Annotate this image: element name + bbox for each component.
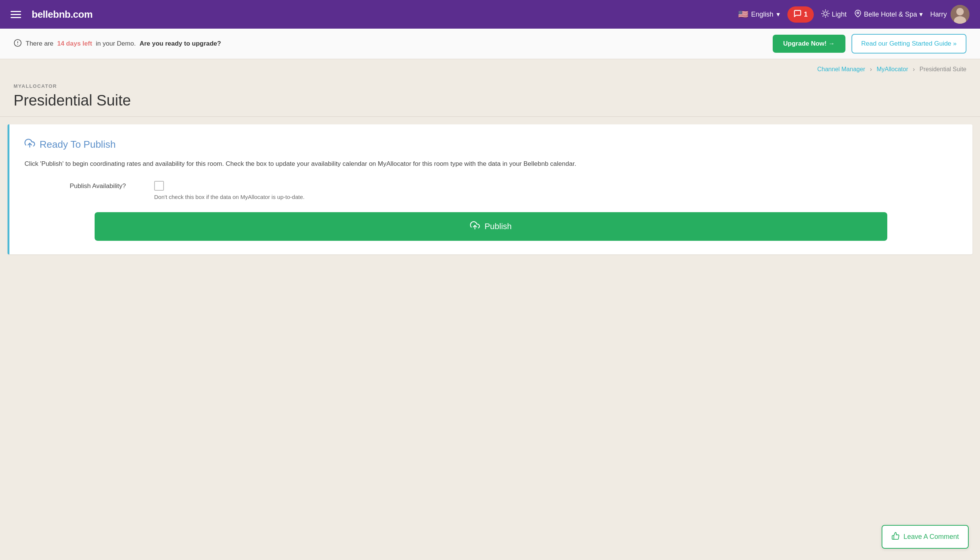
svg-point-9 bbox=[857, 12, 858, 13]
chat-button[interactable]: 1 bbox=[787, 7, 814, 23]
theme-label: Light bbox=[832, 10, 847, 18]
svg-line-3 bbox=[823, 10, 823, 11]
hamburger-menu[interactable] bbox=[10, 11, 21, 18]
theme-icon bbox=[821, 9, 830, 20]
avatar bbox=[951, 5, 970, 24]
banner-info: There are 14 days left in your Demo. Are… bbox=[13, 39, 767, 49]
user-menu[interactable]: Harry bbox=[930, 5, 970, 24]
page-header: MYALLOCATOR Presidential Suite bbox=[0, 80, 980, 117]
svg-line-4 bbox=[828, 15, 828, 16]
leave-comment-label: Leave A Comment bbox=[903, 533, 959, 541]
theme-selector[interactable]: Light bbox=[821, 9, 847, 20]
svg-line-7 bbox=[823, 15, 823, 16]
page-divider bbox=[0, 117, 980, 117]
breadcrumb-separator-1: › bbox=[870, 66, 872, 72]
card-description: Click 'Publish' to begin coordinating ra… bbox=[25, 159, 957, 169]
flag-icon: 🇺🇸 bbox=[738, 9, 748, 19]
card-title: Ready To Publish bbox=[25, 138, 957, 151]
navbar: bellebnb.com 🇺🇸 English ▾ 1 bbox=[0, 0, 980, 28]
svg-point-11 bbox=[956, 8, 964, 15]
leave-comment-button[interactable]: Leave A Comment bbox=[882, 525, 969, 549]
language-selector[interactable]: 🇺🇸 English ▾ bbox=[738, 9, 780, 19]
publish-button[interactable]: Publish bbox=[95, 212, 888, 241]
publish-availability-hint: Don't check this box if the data on MyAl… bbox=[154, 194, 305, 200]
svg-point-0 bbox=[823, 12, 827, 15]
breadcrumb-myallocator[interactable]: MyAllocator bbox=[877, 66, 908, 72]
thumbs-up-icon bbox=[892, 532, 900, 542]
breadcrumb-separator-2: › bbox=[913, 66, 915, 72]
banner-question: Are you ready to upgrade? bbox=[140, 40, 221, 47]
language-label: English bbox=[751, 10, 773, 18]
cloud-upload-icon bbox=[25, 138, 35, 151]
main-content: Ready To Publish Click 'Publish' to begi… bbox=[0, 124, 980, 270]
card-title-text: Ready To Publish bbox=[40, 139, 116, 150]
site-logo: bellebnb.com bbox=[32, 9, 93, 20]
banner-text-suffix: in your Demo. bbox=[96, 40, 136, 47]
hotel-chevron-icon: ▾ bbox=[919, 10, 923, 18]
svg-line-8 bbox=[828, 10, 828, 11]
chevron-down-icon: ▾ bbox=[777, 10, 780, 18]
breadcrumb: Channel Manager › MyAllocator › Presiden… bbox=[0, 59, 980, 80]
days-left: 14 days left bbox=[57, 40, 92, 47]
location-icon bbox=[854, 10, 862, 19]
publish-button-label: Publish bbox=[484, 222, 512, 232]
banner-text-prefix: There are bbox=[26, 40, 53, 47]
chat-count: 1 bbox=[804, 10, 808, 18]
section-label: MYALLOCATOR bbox=[13, 83, 967, 89]
demo-banner: There are 14 days left in your Demo. Are… bbox=[0, 28, 980, 59]
breadcrumb-current: Presidential Suite bbox=[919, 66, 967, 72]
getting-started-button[interactable]: Read our Getting Started Guide » bbox=[852, 34, 967, 53]
publish-availability-checkbox[interactable] bbox=[154, 181, 164, 191]
publish-availability-control: Don't check this box if the data on MyAl… bbox=[154, 181, 305, 200]
hotel-selector[interactable]: Belle Hotel & Spa ▾ bbox=[854, 10, 923, 19]
info-icon bbox=[13, 39, 22, 49]
publish-availability-row: Publish Availability? Don't check this b… bbox=[70, 181, 957, 200]
chat-icon bbox=[793, 9, 802, 20]
publish-button-icon bbox=[470, 220, 480, 233]
username-label: Harry bbox=[930, 10, 947, 18]
page-title: Presidential Suite bbox=[13, 92, 967, 109]
hotel-name: Belle Hotel & Spa bbox=[864, 10, 917, 18]
upgrade-button[interactable]: Upgrade Now! → bbox=[773, 35, 845, 53]
publish-card: Ready To Publish Click 'Publish' to begi… bbox=[8, 124, 972, 254]
publish-availability-label: Publish Availability? bbox=[70, 181, 145, 190]
breadcrumb-channel-manager[interactable]: Channel Manager bbox=[817, 66, 865, 72]
